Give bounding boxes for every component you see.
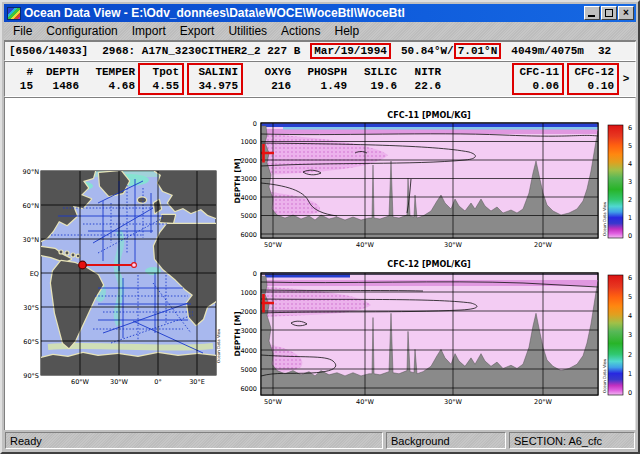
depth-tick: 3000: [240, 175, 257, 183]
section-end-marker: [132, 263, 137, 268]
menu-item-import[interactable]: Import: [125, 23, 173, 39]
lon-tick: 40°W: [356, 241, 375, 249]
colorbar-tick: 2: [628, 196, 632, 204]
lon-tick: 50°W: [264, 398, 283, 406]
map-lat-tick: 30°S: [23, 304, 39, 312]
depth-tick: 2000: [240, 308, 257, 316]
menu-item-actions[interactable]: Actions: [274, 23, 327, 39]
depth-tick: 5000: [240, 366, 257, 374]
station-info-bar: [6506/14033] 2968: A17N_3230CITHER2_2 22…: [4, 41, 636, 61]
sample-counter: [6506/14033]: [9, 45, 88, 57]
depth-tick: 2000: [240, 157, 257, 165]
section-plot-cfc11[interactable]: CFC-11 [PMOL/KG]: [233, 111, 632, 249]
column-phosphate: PHOSPH1.49: [291, 65, 347, 93]
station-label: 2968: A17N_3230CITHER2_2 227 B: [102, 45, 300, 57]
depth-tick: 4000: [240, 347, 257, 355]
depth-tick: 5000: [240, 212, 257, 220]
colorbar-tick: 1: [628, 214, 632, 222]
minimize-icon: [588, 15, 595, 17]
station-sample-count: 32: [598, 45, 611, 57]
colorbar-cfc11: 6 5 4 3 2 1 0 Ocean Data View: [602, 124, 633, 240]
map-lat-tick: 90°N: [23, 168, 40, 176]
colorbar-tick: 5: [628, 142, 632, 150]
restore-button[interactable]: [601, 6, 617, 20]
column-silicate: SILIC19.6: [347, 65, 397, 93]
lon-tick: 40°W: [356, 398, 375, 406]
depth-tick: 1000: [240, 289, 257, 297]
current-station-marker[interactable]: [79, 261, 87, 269]
colorbar-tick: 0: [628, 232, 632, 240]
lon-tick: 50°W: [264, 241, 283, 249]
section-indicator: SECTION: A6_cfc: [509, 432, 635, 449]
surface-high-band: [262, 124, 598, 128]
window-title: Ocean Data View - E:\Odv_données\Data\eW…: [24, 6, 583, 20]
column-salinity-highlighted: SALINI34.975: [187, 63, 243, 95]
depth-tick: 3000: [240, 327, 257, 335]
close-icon: ×: [623, 8, 629, 18]
map-lon-tick: 30°W: [110, 378, 129, 386]
station-map[interactable]: 90°N 60°N 30°N EQ 30°S 60°S 90°S 60°W 30…: [23, 168, 221, 387]
map-lon-tick: 0°: [154, 378, 161, 386]
column-depth: DEPTH1486: [33, 65, 79, 93]
lon-tick: 20°W: [534, 241, 553, 249]
station-longitude: 50.84°W: [401, 45, 447, 57]
column-temper: TEMPER4.68: [79, 65, 135, 93]
section-plot-cfc12[interactable]: CFC-12 [PMOL/KG]: [233, 260, 632, 406]
depth-tick: 4000: [240, 194, 257, 202]
depth-tick: 0: [253, 270, 257, 278]
menu-bar: File Configuration Import Export Utiliti…: [4, 22, 636, 41]
column-cfc12-highlighted: CFC-120.10: [567, 63, 619, 95]
station-date-highlighted: Mar/19/1994: [310, 43, 391, 59]
background-indicator: Background: [386, 432, 506, 449]
lon-tick: 30°W: [444, 241, 463, 249]
column-index: #15: [7, 65, 33, 93]
map-lat-tick: 90°S: [23, 372, 39, 380]
colorbar-tick: 4: [628, 312, 632, 320]
colorbar-tick: 3: [628, 331, 632, 339]
depth-axis-label: DEPTH [M]: [233, 311, 242, 356]
colorbar-tick: 4: [628, 160, 632, 168]
map-lat-tick: 60°N: [23, 202, 40, 210]
plot-title: CFC-11 [PMOL/KG]: [387, 111, 470, 120]
coordinate-separator: /: [447, 45, 454, 57]
colorbar-watermark: Ocean Data View: [602, 201, 607, 236]
depth-tick: 6000: [240, 231, 257, 239]
colorbar-tick: 2: [628, 351, 632, 359]
column-cfc11-highlighted: CFC-110.06: [512, 63, 564, 95]
colorbar-watermark: Ocean Data View: [602, 358, 607, 393]
depth-axis-label: DEPTH [M]: [233, 158, 242, 203]
app-icon: [7, 7, 21, 20]
depth-tick: 0: [253, 120, 257, 128]
column-nitrate: NITR22.6: [397, 65, 441, 93]
sample-data-table: #15 DEPTH1486 TEMPER4.68 Tpot4.55 SALINI…: [4, 61, 636, 97]
colorbar-tick: 5: [628, 293, 632, 301]
map-lat-tick: 60°S: [23, 338, 39, 346]
menu-item-utilities[interactable]: Utilities: [221, 23, 274, 39]
colorbar-tick: 0: [628, 389, 632, 397]
close-button[interactable]: ×: [618, 6, 634, 20]
map-lon-tick: 60°W: [71, 378, 90, 386]
minimize-button[interactable]: [584, 6, 600, 20]
menu-item-help[interactable]: Help: [327, 23, 366, 39]
restore-icon: [605, 9, 613, 17]
depth-tick: 6000: [240, 385, 257, 393]
map-watermark: Ocean Data View: [216, 328, 221, 363]
map-lon-tick: 30°E: [189, 378, 205, 386]
menu-item-file[interactable]: File: [6, 23, 39, 39]
column-oxygen: OXYG216: [247, 65, 291, 93]
status-bar: Ready Background SECTION: A6_cfc: [4, 430, 636, 450]
title-bar[interactable]: Ocean Data View - E:\Odv_données\Data\eW…: [4, 4, 636, 22]
colorbar-tick: 6: [628, 124, 632, 132]
colorbar-tick: 3: [628, 178, 632, 186]
plot-canvas: 90°N 60°N 30°N EQ 30°S 60°S 90°S 60°W 30…: [4, 97, 636, 432]
menu-item-export[interactable]: Export: [173, 23, 222, 39]
table-scroll-right-arrow[interactable]: >: [619, 73, 633, 85]
depth-tick: 1000: [240, 138, 257, 146]
colorbar-cfc12: 6 5 4 3 2 1 0 Ocean Data View: [602, 274, 633, 397]
station-latitude-highlighted: 7.01°N: [454, 43, 502, 59]
plot-title: CFC-12 [PMOL/KG]: [387, 260, 470, 269]
map-lat-tick: 30°N: [23, 236, 40, 244]
colorbar-tick: 6: [628, 274, 632, 282]
menu-item-configuration[interactable]: Configuration: [39, 23, 124, 39]
colorbar-tick: 1: [628, 370, 632, 378]
